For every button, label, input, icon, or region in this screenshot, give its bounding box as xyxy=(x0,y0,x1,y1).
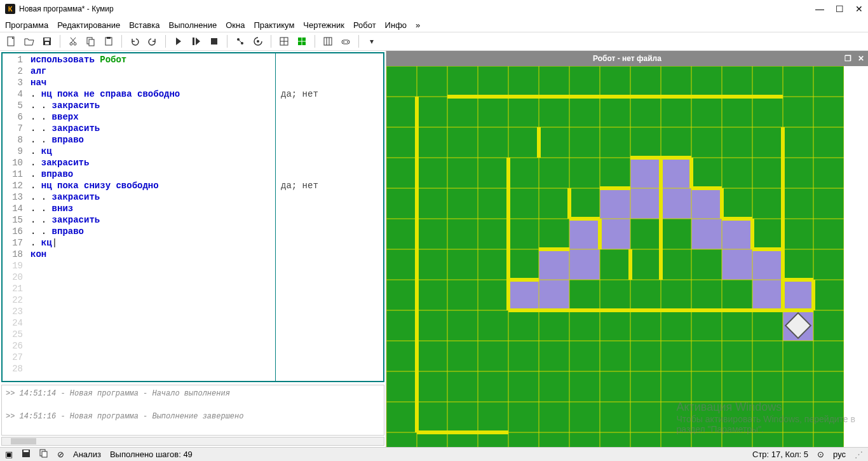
menubar: ПрограммаРедактированиеВставкаВыполнение… xyxy=(0,18,868,32)
code-area[interactable]: использовать Роботалгнач. нц пока не спр… xyxy=(25,53,275,381)
titlebar: К Новая программа* - Кумир — ☐ ✕ xyxy=(0,0,868,18)
svg-rect-28 xyxy=(508,280,539,310)
paste-button[interactable] xyxy=(101,34,116,49)
toolbar: ▾ xyxy=(0,32,868,51)
svg-rect-3 xyxy=(45,42,49,45)
left-pane: 1234567891011121314151617181920212223242… xyxy=(0,51,386,447)
menu-item[interactable]: Вставка xyxy=(129,20,159,30)
svg-rect-21 xyxy=(324,38,332,45)
svg-rect-45 xyxy=(783,280,813,310)
svg-rect-10 xyxy=(193,38,194,45)
svg-rect-41 xyxy=(722,219,752,249)
menu-item[interactable]: » xyxy=(416,20,420,30)
svg-rect-33 xyxy=(600,219,630,249)
status-icon-save[interactable] xyxy=(22,449,31,460)
svg-rect-105 xyxy=(24,450,29,452)
robot-panel-title: Робот - нет файла xyxy=(593,54,661,63)
svg-rect-34 xyxy=(600,188,630,219)
menu-item[interactable]: Окна xyxy=(226,20,245,30)
save-file-button[interactable] xyxy=(39,34,55,49)
right-pane: Робот - нет файла ❐ ✕ Активация Windows … xyxy=(386,51,868,447)
menu-item[interactable]: Редактирование xyxy=(57,20,120,30)
open-file-button[interactable] xyxy=(22,34,37,49)
undo-button[interactable] xyxy=(127,34,142,49)
grid-b-button[interactable] xyxy=(294,34,309,49)
panel-close-icon[interactable]: ✕ xyxy=(858,54,864,63)
gamepad-button[interactable] xyxy=(338,34,353,49)
svg-rect-39 xyxy=(691,188,722,219)
grid-c-button[interactable] xyxy=(320,34,336,49)
copy-button[interactable] xyxy=(83,34,98,49)
horizontal-scrollbar[interactable] xyxy=(1,437,384,446)
svg-rect-35 xyxy=(630,188,661,219)
svg-rect-2 xyxy=(44,38,50,41)
status-lang: рус xyxy=(833,450,846,459)
grid-a-button[interactable] xyxy=(276,34,292,49)
svg-point-26 xyxy=(347,41,348,43)
svg-rect-40 xyxy=(691,219,722,249)
stop-button[interactable] xyxy=(207,34,222,49)
menu-item[interactable]: Программа xyxy=(5,20,48,30)
app-icon: К xyxy=(5,4,15,14)
redo-button[interactable] xyxy=(145,34,160,49)
svg-rect-31 xyxy=(569,249,600,280)
svg-rect-42 xyxy=(722,249,752,280)
svg-rect-29 xyxy=(539,280,569,310)
svg-rect-30 xyxy=(539,249,569,280)
svg-rect-43 xyxy=(752,249,783,280)
window-title: Новая программа* - Кумир xyxy=(19,4,815,13)
output-console[interactable]: >> 14:51:14 - Новая программа - Начало в… xyxy=(1,385,384,436)
svg-rect-107 xyxy=(42,451,47,457)
status-resize-grip[interactable]: ⋰ xyxy=(855,450,863,459)
tool-a-button[interactable] xyxy=(233,34,248,49)
new-file-button[interactable] xyxy=(4,34,19,49)
svg-point-25 xyxy=(343,41,344,43)
tool-b-button[interactable] xyxy=(250,34,266,49)
maximize-button[interactable]: ☐ xyxy=(836,4,844,14)
step-button[interactable] xyxy=(189,34,204,49)
svg-rect-11 xyxy=(211,38,217,45)
status-analysis: Анализ xyxy=(73,450,101,459)
margin-column: да; нетда; нет xyxy=(275,53,383,381)
svg-rect-7 xyxy=(89,39,94,46)
status-icon-console[interactable]: ▣ xyxy=(5,450,13,459)
status-icon-copy[interactable] xyxy=(39,449,48,460)
status-lang-icon[interactable]: ⊙ xyxy=(817,450,824,459)
cut-button[interactable] xyxy=(65,34,81,49)
svg-rect-24 xyxy=(342,40,349,44)
menu-item[interactable]: Выполнение xyxy=(168,20,217,30)
svg-rect-38 xyxy=(661,188,691,219)
svg-point-5 xyxy=(74,43,76,45)
svg-rect-36 xyxy=(630,158,661,188)
status-icon-clear[interactable]: ⊘ xyxy=(57,450,64,459)
svg-rect-9 xyxy=(107,37,111,39)
menu-item[interactable]: Чертежник xyxy=(303,20,344,30)
svg-rect-32 xyxy=(569,219,600,249)
menu-item[interactable]: Практикум xyxy=(254,20,294,30)
svg-point-4 xyxy=(70,43,72,45)
svg-rect-44 xyxy=(752,280,783,310)
close-button[interactable]: ✕ xyxy=(855,4,863,14)
status-cursor: Стр: 17, Кол: 5 xyxy=(752,450,808,459)
svg-rect-37 xyxy=(661,158,691,188)
robot-panel-header: Робот - нет файла ❐ ✕ xyxy=(386,51,868,66)
panel-restore-icon[interactable]: ❐ xyxy=(844,54,851,63)
menu-item[interactable]: Робот xyxy=(353,20,376,30)
minimize-button[interactable]: — xyxy=(815,4,824,14)
menu-item[interactable]: Инфо xyxy=(385,20,407,30)
line-gutter: 1234567891011121314151617181920212223242… xyxy=(3,53,25,381)
status-steps: Выполнено шагов: 49 xyxy=(110,450,193,459)
code-editor[interactable]: 1234567891011121314151617181920212223242… xyxy=(1,52,384,382)
statusbar: ▣ ⊘ Анализ Выполнено шагов: 49 Стр: 17, … xyxy=(0,447,868,461)
main-area: 1234567891011121314151617181920212223242… xyxy=(0,51,868,447)
svg-point-14 xyxy=(257,40,259,43)
run-button[interactable] xyxy=(171,34,186,49)
dropdown-button[interactable]: ▾ xyxy=(364,34,379,49)
robot-field[interactable]: Активация Windows Чтобы активировать Win… xyxy=(386,66,868,447)
